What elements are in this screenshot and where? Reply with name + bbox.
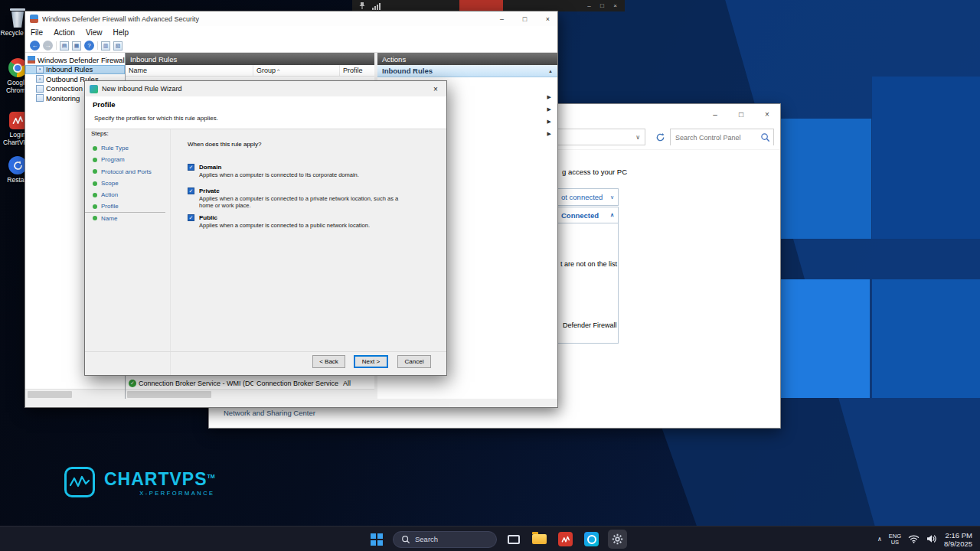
step-bullet-icon [93,204,97,209]
network-expander-expanded[interactable]: Connected ∧ [557,207,619,223]
tree-horizontal-scrollbar[interactable] [25,389,125,399]
back-icon[interactable] [30,41,40,51]
domain-checkbox[interactable] [188,164,194,171]
submenu-arrow-icon: ▶ [547,131,551,137]
actions-group-label: Inbound Rules [382,67,433,75]
column-group[interactable]: Group^ [253,65,340,76]
private-description: Applies when a computer is connected to … [199,196,407,209]
private-checkbox[interactable] [188,187,194,194]
firewall-app-icon [30,15,38,23]
filter-icon[interactable] [113,41,122,51]
wizard-close-button[interactable]: × [425,81,446,96]
step-name[interactable]: Name [85,213,165,224]
step-bullet-icon [93,169,97,174]
fw-close-button[interactable]: × [538,11,557,26]
start-button[interactable] [367,530,386,549]
domain-label[interactable]: Domain [199,164,221,171]
network-and-sharing-center-link[interactable]: Network and Sharing Center [224,409,315,417]
submenu-arrow-icon: ▶ [547,94,551,100]
console-tree-icon[interactable] [60,41,69,51]
step-scope[interactable]: Scope [85,178,165,189]
option-public: Public Applies when a computer is connec… [188,214,417,230]
step-rule-type[interactable]: Rule Type [85,142,165,154]
list-view-icon[interactable] [101,41,110,51]
cp-minimize-button[interactable]: – [702,104,728,125]
step-protocol-and-ports[interactable]: Protocol and Ports [85,166,165,178]
wizard-titlebar[interactable]: New Inbound Rule Wizard × [85,81,446,96]
sort-indicator-icon: ^ [277,68,279,73]
column-name[interactable]: Name [126,65,253,76]
tree-item-root[interactable]: Windows Defender Firewall wit [25,55,125,65]
cp-maximize-button[interactable]: □ [728,104,754,125]
back-button[interactable]: < Back [312,355,345,368]
rdp-minimize-button[interactable]: – [583,0,596,11]
toolbar-separator [56,41,57,50]
list-pane-header: Inbound Rules [126,53,374,65]
menu-help[interactable]: Help [107,28,134,37]
rdp-close-button[interactable]: × [609,0,622,11]
taskbar-app-monitor[interactable] [504,530,523,549]
private-label[interactable]: Private [199,187,220,194]
wallpaper-shape [778,279,870,398]
list-horizontal-scrollbar[interactable] [126,389,374,399]
taskbar-app-chartvps[interactable] [556,530,575,549]
step-program[interactable]: Program [85,154,165,165]
list-pane-title: Inbound Rules [130,55,177,64]
taskbar-search[interactable]: Search [393,531,497,548]
step-profile-current[interactable]: Profile [85,201,165,212]
panel-text-fragment: t are not on the list [560,260,617,268]
column-profile[interactable]: Profile [340,65,374,76]
taskbar: Search ∧ ENG US [0,526,980,551]
taskbar-app-settings-active[interactable] [608,530,627,549]
taskbar-app-photos[interactable] [582,530,601,549]
address-dropdown-icon[interactable]: ∨ [635,134,640,141]
fw-minimize-button[interactable]: – [492,11,511,26]
refresh-button[interactable] [652,129,668,145]
rdp-connection-bar: – □ × [352,0,625,11]
menu-file[interactable]: File [25,28,48,37]
public-checkbox[interactable] [188,214,194,221]
step-bullet-icon [93,193,97,197]
chevron-down-icon: ∨ [610,194,614,201]
cp-close-button[interactable]: × [754,104,780,125]
submenu-arrow-icon: ▶ [547,106,551,112]
rdp-red-segment[interactable] [459,0,503,11]
rule-row[interactable]: Connection Broker Service - WMI (DCO... … [126,377,374,389]
domain-description: Applies when a computer is connected to … [199,172,407,179]
step-action[interactable]: Action [85,189,165,201]
firewall-titlebar[interactable]: Windows Defender Firewall with Advanced … [25,11,557,26]
rdp-restore-button[interactable]: □ [596,0,609,11]
speaker-icon[interactable] [926,533,937,546]
export-list-icon[interactable] [72,41,81,51]
menu-view[interactable]: View [80,28,108,37]
option-domain: Domain Applies when a computer is connec… [188,164,417,179]
fw-maximize-button[interactable]: □ [515,11,534,26]
scrollbar-thumb[interactable] [127,391,211,398]
wallpaper-shape [872,77,980,239]
network-expander-collapsed[interactable]: ot connected ∨ [557,188,619,206]
system-tray: ∧ ENG US 2:16 PM 8/9/2025 [877,527,972,551]
help-icon[interactable] [84,41,94,51]
new-inbound-rule-wizard: New Inbound Rule Wizard × Profile Specif… [84,80,447,376]
forward-icon[interactable] [43,41,53,51]
menu-action[interactable]: Action [48,28,80,37]
tree-item-inbound-rules[interactable]: Inbound Rules [25,65,125,75]
public-label[interactable]: Public [199,214,217,221]
pin-icon[interactable] [358,2,366,10]
actions-inbound-rules-group[interactable]: Inbound Rules ▲ [377,65,557,77]
next-button[interactable]: Next > [354,355,388,368]
collapse-icon[interactable]: ▲ [548,69,553,73]
control-panel-search [670,129,774,145]
wizard-page-subheading: Specify the profiles for which this rule… [94,115,218,122]
language-indicator[interactable]: ENG US [889,533,901,546]
cancel-button[interactable]: Cancel [397,355,431,368]
network-expanded-panel: t are not on the list Defender Firewall [557,223,619,344]
tray-overflow-chevron[interactable]: ∧ [877,536,882,543]
clock[interactable]: 2:16 PM 8/9/2025 [944,531,972,548]
taskbar-app-file-explorer[interactable] [530,530,549,549]
tree-item-label: Inbound Rules [46,65,93,73]
wifi-icon[interactable] [908,533,920,546]
search-input[interactable] [671,130,773,145]
wizard-icon [90,85,98,93]
scrollbar-thumb[interactable] [28,391,72,398]
